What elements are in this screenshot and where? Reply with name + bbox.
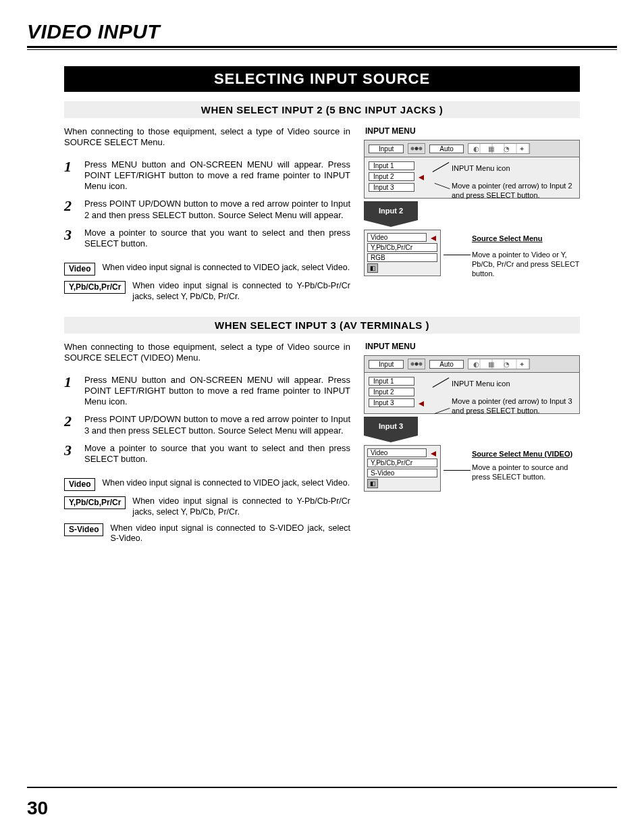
menu-item-input2: Input 2 — [369, 172, 414, 181]
rule-thin — [27, 49, 617, 50]
step-number: 3 — [64, 228, 76, 250]
option-box-video: Video — [64, 263, 95, 276]
menu-tab-input: Input — [369, 145, 404, 153]
option-text: When video input signal is connected to … — [132, 496, 350, 517]
menu-tab-auto: Auto — [429, 145, 464, 153]
nav-icon — [408, 359, 425, 369]
arrow-label: Input 3 — [379, 422, 403, 430]
step-text: Move a pointer to source that you want t… — [84, 443, 350, 465]
src-item-svideo: S-Video — [367, 469, 437, 477]
source-select-menu: Video Y,Pb/Cb,Pr/Cr RGB ◧ — [364, 230, 441, 276]
source-select-menu: Video Y,Pb/Cb,Pr/Cr S-Video ◧ — [364, 445, 441, 492]
annot-input-icon: INPUT Menu icon — [452, 380, 510, 389]
annot-src-select: Move a pointer to source and press SELEC… — [472, 463, 580, 482]
menu-item-input3: Input 3 — [369, 398, 414, 407]
annot-input-icon: INPUT Menu icon — [452, 164, 510, 174]
chapter-title: VIDEO INPUT — [27, 20, 617, 43]
close-icon: ◧ — [367, 263, 378, 273]
annot-move-pointer: Move a pointer (red arrow) to Input 2 an… — [452, 182, 576, 201]
panel-title-2: INPUT MENU — [365, 342, 580, 351]
option-text: When video input signal is connected to … — [132, 281, 350, 302]
transition-arrow: Input 2 — [364, 201, 418, 220]
footer-rule — [27, 787, 617, 788]
option-box-video: Video — [64, 478, 95, 491]
top-icon-strip: ◐▦◔✦ — [468, 359, 530, 369]
step-text: Press MENU button and ON-SCREEN MENU wil… — [84, 375, 350, 408]
step-text: Move a pointer to source that you want t… — [84, 228, 350, 250]
menu-tab-auto: Auto — [429, 360, 464, 369]
src-item-video: Video — [367, 233, 427, 242]
step-text: Press MENU button and ON-SCREEN MENU wil… — [84, 159, 350, 192]
source-menu-title: Source Select Menu — [472, 234, 543, 242]
menu-item-input3: Input 3 — [369, 183, 414, 192]
menu-tab-input: Input — [369, 360, 404, 369]
option-text: When video input signal is connected to … — [102, 478, 350, 489]
step-number: 1 — [64, 159, 76, 192]
input-menu-screenshot-2: Input Auto ◐▦◔✦ Input 1 Input 2 Input 3 … — [364, 355, 580, 524]
nav-icon — [408, 143, 425, 154]
source-menu-title: Source Select Menu (VIDEO) — [472, 450, 572, 458]
step-number: 2 — [64, 414, 76, 436]
section-header: SELECTING INPUT SOURCE — [64, 66, 580, 92]
step-number: 2 — [64, 199, 76, 221]
step-text: Press POINT UP/DOWN button to move a red… — [84, 414, 350, 436]
step-number: 1 — [64, 375, 76, 408]
rule-thick — [27, 46, 617, 48]
red-arrow-icon — [431, 451, 436, 457]
option-box-ypbcb: Y,Pb/Cb,Pr/Cr — [64, 496, 126, 509]
subheader-input2: WHEN SELECT INPUT 2 (5 BNC INPUT JACKS ) — [64, 101, 580, 118]
option-text: When video input signal is connected to … — [102, 263, 350, 273]
annot-move-pointer: Move a pointer (red arrow) to Input 3 an… — [452, 397, 576, 416]
intro-text-1: When connecting to those equipment, sele… — [64, 126, 350, 149]
menu-item-input1: Input 1 — [369, 377, 414, 386]
red-arrow-icon — [419, 175, 424, 180]
input-menu-screenshot-1: Input Auto ◐▦◔✦ Input 1 Input 2 Input 3 … — [364, 140, 580, 309]
step-number: 3 — [64, 443, 76, 465]
menu-item-input2: Input 2 — [369, 388, 414, 396]
arrow-label: Input 2 — [379, 207, 403, 215]
option-box-ypbcb: Y,Pb/Cb,Pr/Cr — [64, 281, 126, 294]
subheader-input3: WHEN SELECT INPUT 3 (AV TERMINALS ) — [64, 317, 580, 334]
red-arrow-icon — [419, 401, 424, 407]
option-box-svideo: S-Video — [64, 523, 103, 536]
intro-text-2: When connecting to those equipment, sele… — [64, 342, 350, 364]
transition-arrow: Input 3 — [364, 417, 418, 436]
page-number: 30 — [27, 798, 48, 819]
src-item-video: Video — [367, 448, 427, 457]
src-item-ypbcb: Y,Pb/Cb,Pr/Cr — [367, 243, 437, 252]
close-icon: ◧ — [367, 479, 378, 488]
annot-src-select: Move a pointer to Video or Y, Pb/Cb, Pr/… — [472, 251, 580, 278]
top-icon-strip: ◐▦◔✦ — [468, 143, 530, 154]
menu-item-input1: Input 1 — [369, 161, 414, 170]
panel-title-1: INPUT MENU — [365, 126, 580, 136]
red-arrow-icon — [431, 236, 436, 241]
src-item-rgb: RGB — [367, 253, 437, 262]
step-text: Press POINT UP/DOWN button to move a red… — [84, 199, 350, 221]
src-item-ypbcb: Y,Pb/Cb,Pr/Cr — [367, 459, 437, 467]
option-text: When video input signal is connected to … — [110, 523, 350, 544]
